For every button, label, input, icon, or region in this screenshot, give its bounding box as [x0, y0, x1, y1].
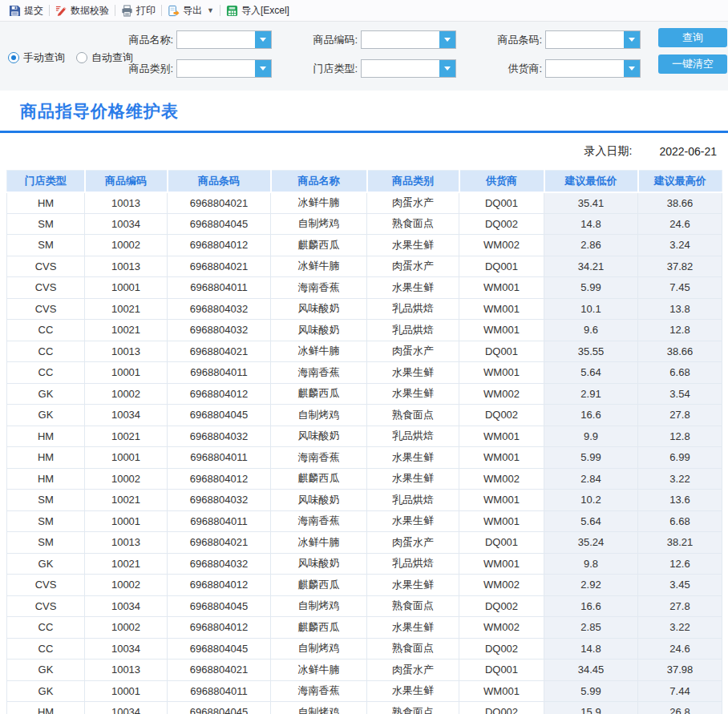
table-row[interactable]: CVS100026968804012麒麟西瓜水果生鲜WM0022.923.45 [7, 575, 722, 596]
table-cell: 6968804012 [168, 575, 271, 596]
chevron-down-icon[interactable] [439, 60, 455, 77]
column-header[interactable]: 商品条码 [168, 171, 271, 192]
table-row[interactable]: HM100216968804032风味酸奶乳品烘焙WM0019.912.8 [7, 426, 722, 447]
clear-all-button[interactable]: 一键清空 [658, 54, 727, 74]
import-excel-button[interactable]: 导入[Excel] [220, 0, 295, 21]
column-header[interactable]: 供货商 [459, 171, 544, 192]
table-cell: 38.66 [638, 341, 722, 362]
product-barcode-combobox[interactable] [545, 30, 641, 49]
table-row[interactable]: CVS100346968804045自制烤鸡熟食面点DQ00216.627.8 [7, 595, 722, 617]
column-header[interactable]: 门店类型 [7, 171, 85, 192]
table-cell: 熟食面点 [367, 595, 459, 617]
product-category-combobox[interactable] [176, 59, 272, 78]
table-cell: 10034 [85, 702, 168, 714]
table-row[interactable]: SM100136968804021冰鲜牛腩肉蛋水产DQ00135.2438.21 [7, 532, 722, 554]
table-row[interactable]: GK100136968804021冰鲜牛腩肉蛋水产DQ00134.4537.98 [7, 660, 722, 681]
table-cell: WM001 [459, 277, 544, 299]
product-name-combobox[interactable] [176, 30, 272, 49]
table-cell: DQ002 [459, 638, 544, 660]
table-row[interactable]: GK100026968804012麒麟西瓜水果生鲜WM0022.913.54 [7, 383, 722, 405]
table-row[interactable]: HM100346968804045自制烤鸡熟食面点DQ00215.926.8 [7, 702, 722, 714]
table-cell: 乳品烘焙 [367, 298, 459, 320]
submit-button[interactable]: 提交 [3, 0, 49, 21]
chevron-down-icon[interactable] [255, 60, 271, 77]
chevron-down-icon[interactable] [255, 31, 271, 48]
column-header[interactable]: 商品编码 [85, 171, 168, 192]
submit-label: 提交 [24, 4, 43, 18]
table-cell: 海南香蕉 [271, 277, 367, 299]
table-cell: 肉蛋水产 [367, 341, 459, 362]
print-label: 打印 [136, 4, 156, 18]
table-row[interactable]: GK100016968804011海南香蕉水果生鲜WM0015.997.44 [7, 680, 722, 702]
table-cell: 5.64 [544, 510, 638, 532]
table-cell: 24.6 [638, 638, 722, 660]
table-row[interactable]: CC100016968804011海南香蕉水果生鲜WM0015.646.68 [7, 362, 722, 384]
table-row[interactable]: CVS100216968804032风味酸奶乳品烘焙WM00110.113.8 [7, 298, 722, 320]
table-row[interactable]: HM100136968804021冰鲜牛腩肉蛋水产DQ00135.4138.66 [7, 192, 722, 214]
column-header[interactable]: 建议最高价 [638, 171, 722, 192]
table-row[interactable]: CC100346968804045自制烤鸡熟食面点DQ00214.824.6 [7, 638, 722, 660]
table-row[interactable]: CC100136968804021冰鲜牛腩肉蛋水产DQ00135.5538.66 [7, 341, 722, 362]
table-row[interactable]: GK100216968804032风味酸奶乳品烘焙WM0019.812.6 [7, 553, 722, 575]
table-cell: CVS [7, 595, 85, 617]
supplier-combobox[interactable] [545, 59, 641, 78]
table-cell: DQ001 [459, 256, 544, 277]
table-cell: WM001 [459, 447, 544, 469]
table-cell: 10034 [85, 405, 168, 426]
export-button[interactable]: 导出 ▼ [162, 0, 220, 21]
table-row[interactable]: SM100346968804045自制烤鸡熟食面点DQ00214.824.6 [7, 213, 722, 235]
table-row[interactable]: SM100026968804012麒麟西瓜水果生鲜WM0022.863.24 [7, 235, 722, 256]
table-cell: HM [7, 426, 85, 447]
table-cell: SM [7, 490, 85, 511]
table-cell: 13.6 [638, 490, 722, 511]
table-cell: 10034 [85, 595, 168, 617]
table-cell: 海南香蕉 [271, 510, 367, 532]
column-header[interactable]: 商品名称 [271, 171, 367, 192]
table-cell: 乳品烘焙 [367, 490, 459, 511]
column-header[interactable]: 商品类别 [367, 171, 459, 192]
manual-query-radio[interactable]: 手动查询 [8, 50, 65, 65]
query-button[interactable]: 查询 [658, 28, 727, 47]
table-cell: 5.99 [544, 680, 638, 702]
table-row[interactable]: HM100016968804011海南香蕉水果生鲜WM0015.996.99 [7, 447, 722, 469]
table-cell: 水果生鲜 [367, 510, 459, 532]
table-row[interactable]: SM100216968804032风味酸奶乳品烘焙WM00110.213.6 [7, 490, 722, 511]
table-row[interactable]: HM100026968804012麒麟西瓜水果生鲜WM0022.843.22 [7, 468, 722, 490]
table-cell: 水果生鲜 [367, 277, 459, 299]
table-cell: 16.6 [544, 405, 638, 426]
table-row[interactable]: CVS100136968804021冰鲜牛腩肉蛋水产DQ00134.2137.8… [7, 256, 722, 277]
table-cell: 27.8 [638, 405, 722, 426]
table-row[interactable]: CC100026968804012麒麟西瓜水果生鲜WM0022.853.22 [7, 617, 722, 639]
table-cell: 肉蛋水产 [367, 192, 459, 214]
table-cell: 10001 [85, 277, 168, 299]
table-cell: DQ002 [459, 702, 544, 714]
table-cell: 6968804032 [168, 426, 271, 447]
table-cell: 6968804021 [168, 256, 271, 277]
print-button[interactable]: 打印 [115, 0, 161, 21]
table-cell: CVS [7, 298, 85, 320]
table-cell: WM001 [459, 298, 544, 320]
table-row[interactable]: CC100216968804032风味酸奶乳品烘焙WM0019.612.8 [7, 320, 722, 341]
table-cell: 3.24 [638, 235, 722, 256]
table-cell: HM [7, 192, 85, 214]
table-row[interactable]: SM100016968804011海南香蕉水果生鲜WM0015.646.68 [7, 510, 722, 532]
product-code-combobox[interactable] [361, 30, 456, 49]
store-type-combobox[interactable] [361, 59, 456, 78]
query-mode-radio-group: 手动查询 自动查询 [8, 50, 133, 65]
table-cell: WM002 [459, 235, 544, 256]
chevron-down-icon[interactable] [439, 31, 455, 48]
table-cell: 6968804045 [168, 213, 271, 235]
column-header[interactable]: 建议最低价 [544, 171, 638, 192]
table-cell: 自制烤鸡 [271, 213, 367, 235]
table-cell: DQ002 [459, 405, 544, 426]
chevron-down-icon[interactable] [624, 60, 640, 77]
chevron-down-icon[interactable] [624, 31, 640, 48]
table-cell: 5.64 [544, 362, 638, 384]
table-cell: 肉蛋水产 [367, 660, 459, 681]
table-row[interactable]: GK100346968804045自制烤鸡熟食面点DQ00216.627.8 [7, 405, 722, 426]
data-validate-button[interactable]: 数据校验 [50, 0, 115, 21]
table-row[interactable]: CVS100016968804011海南香蕉水果生鲜WM0015.997.45 [7, 277, 722, 299]
table-cell: 10021 [85, 298, 168, 320]
product-code-label: 商品编码: [305, 33, 361, 47]
table-cell: 15.9 [544, 702, 638, 714]
